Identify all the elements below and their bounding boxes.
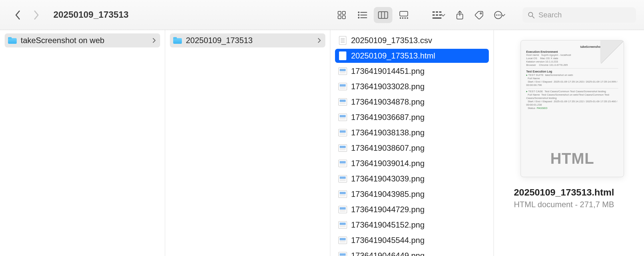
back-button[interactable] <box>10 7 25 23</box>
view-columns-button[interactable] <box>374 7 392 23</box>
share-button[interactable] <box>452 7 468 23</box>
file-label: 1736419045152.png <box>351 220 424 230</box>
folder-icon <box>8 36 17 45</box>
more-actions-button[interactable] <box>491 7 509 23</box>
file-row[interactable]: 1736419036687.png <box>335 110 489 124</box>
file-label: 1736419014451.png <box>351 67 424 76</box>
file-label: 1736419045544.png <box>351 236 424 245</box>
folder-label: takeScreenshot on web <box>21 36 104 45</box>
svg-rect-21 <box>432 14 435 16</box>
file-label: 1736419043039.png <box>351 174 424 183</box>
svg-rect-3 <box>342 16 345 19</box>
window-title: 20250109_173513 <box>53 10 128 20</box>
file-label: 1736419038607.png <box>351 143 424 153</box>
file-row[interactable]: 20250109_173513.html <box>335 49 489 63</box>
file-row[interactable]: 1736419033028.png <box>335 80 489 94</box>
file-label: 1736419039014.png <box>351 159 424 168</box>
file-row[interactable]: 1736419038607.png <box>335 141 489 155</box>
toolbar: 20250109_173513 <box>0 0 644 30</box>
svg-rect-24 <box>432 17 441 19</box>
image-icon <box>338 221 347 229</box>
file-label: 1736419043985.png <box>351 189 424 199</box>
preview-thumbnail[interactable]: takeScreenshot on web Test Execution Env… <box>521 40 624 177</box>
image-icon <box>338 174 347 183</box>
preview-file-description: HTML document - 271,7 MB <box>514 200 631 209</box>
svg-point-32 <box>529 12 533 16</box>
image-icon <box>338 128 347 137</box>
file-label: 1736419044729.png <box>351 205 424 214</box>
image-icon <box>338 144 347 152</box>
svg-point-29 <box>496 14 497 16</box>
file-row[interactable]: 20250109_173513.csv <box>335 33 489 47</box>
file-label: 1736419036687.png <box>351 113 424 122</box>
forward-button[interactable] <box>29 7 44 23</box>
svg-rect-1 <box>342 11 345 14</box>
file-label: 20250109_173513.csv <box>351 36 432 45</box>
svg-point-8 <box>358 17 359 18</box>
file-label: 1736419034878.png <box>351 97 424 107</box>
svg-rect-22 <box>436 14 438 16</box>
preview-pane: takeScreenshot on web Test Execution Env… <box>494 30 644 256</box>
chevron-down-icon <box>440 12 446 18</box>
columns-view: takeScreenshot on web 20250109_173513 20… <box>0 30 644 256</box>
file-row[interactable]: 1736419039014.png <box>335 156 489 170</box>
file-row[interactable]: 1736419046449.png <box>335 249 489 256</box>
chevron-down-icon <box>501 12 506 18</box>
file-row[interactable]: 1736419043039.png <box>335 172 489 186</box>
svg-rect-14 <box>400 17 401 19</box>
view-icons-button[interactable] <box>332 7 351 23</box>
column-2[interactable]: 20250109_173513 <box>165 30 330 256</box>
file-row[interactable]: 1736419034878.png <box>335 95 489 109</box>
image-icon <box>338 82 347 91</box>
image-icon <box>338 159 347 168</box>
svg-rect-18 <box>432 11 435 13</box>
document-icon <box>338 51 347 60</box>
image-icon <box>338 113 347 122</box>
svg-point-30 <box>498 14 499 16</box>
svg-rect-15 <box>402 17 403 19</box>
folder-icon <box>173 36 182 45</box>
file-row[interactable]: 1736419014451.png <box>335 64 489 78</box>
svg-point-4 <box>358 12 359 12</box>
image-icon <box>338 205 347 214</box>
file-label: 1736419046449.png <box>351 251 424 256</box>
view-gallery-button[interactable] <box>394 7 413 23</box>
svg-rect-2 <box>338 16 341 19</box>
svg-rect-0 <box>338 11 341 14</box>
image-icon <box>338 190 347 199</box>
file-row[interactable]: 1736419045152.png <box>335 218 489 232</box>
group-by-button[interactable] <box>430 7 448 23</box>
file-row[interactable]: 1736419043985.png <box>335 187 489 201</box>
image-icon <box>338 98 347 106</box>
svg-rect-17 <box>407 17 408 19</box>
svg-rect-10 <box>378 12 388 18</box>
image-icon <box>338 251 347 256</box>
file-label: 1736419038138.png <box>351 128 424 137</box>
view-mode-group <box>332 7 413 23</box>
folder-row[interactable]: 20250109_173513 <box>170 33 325 47</box>
svg-rect-16 <box>404 17 406 19</box>
document-icon <box>338 36 347 45</box>
folder-label: 20250109_173513 <box>186 36 253 45</box>
folder-row[interactable]: takeScreenshot on web <box>5 33 160 47</box>
column-3[interactable]: 20250109_173513.csv20250109_173513.html1… <box>330 30 494 256</box>
image-icon <box>338 236 347 245</box>
search-input[interactable] <box>539 11 631 19</box>
chevron-right-icon <box>317 37 321 43</box>
svg-rect-13 <box>400 11 408 16</box>
tags-button[interactable] <box>471 7 487 23</box>
column-1[interactable]: takeScreenshot on web <box>0 30 165 256</box>
page-fold-icon <box>600 40 624 64</box>
file-label: 1736419033028.png <box>351 82 424 91</box>
svg-line-33 <box>532 16 534 18</box>
svg-rect-19 <box>436 11 438 13</box>
file-row[interactable]: 1736419045544.png <box>335 233 489 247</box>
preview-filename: 20250109_173513.html <box>514 187 631 198</box>
search-field[interactable] <box>523 7 636 23</box>
view-list-button[interactable] <box>353 7 372 23</box>
file-label: 20250109_173513.html <box>351 51 435 60</box>
file-row[interactable]: 1736419038138.png <box>335 126 489 140</box>
svg-point-27 <box>480 13 481 14</box>
file-row[interactable]: 1736419044729.png <box>335 203 489 217</box>
search-icon <box>528 11 535 19</box>
